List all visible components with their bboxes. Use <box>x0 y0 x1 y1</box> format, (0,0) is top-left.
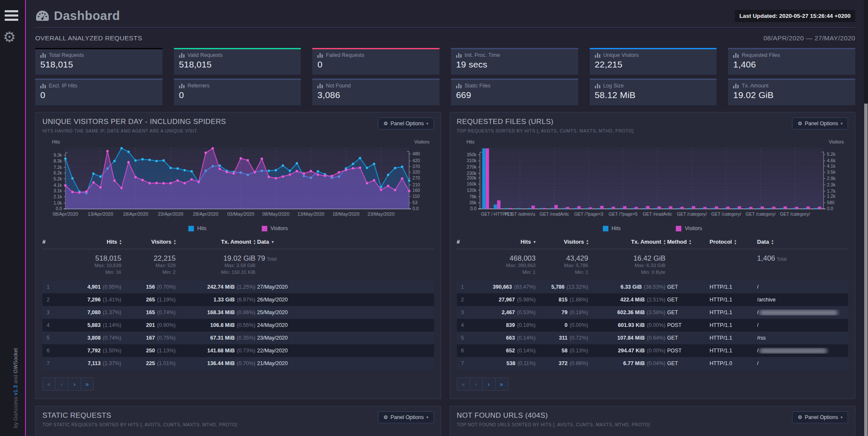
svg-text:110: 110 <box>412 194 420 199</box>
svg-text:310k: 310k <box>467 158 477 163</box>
cell-tx: 602.36 MiB(3.58%) <box>590 309 667 315</box>
table-row[interactable]: 1390,663(83.47%)5,786(13.32%)6.33 GiB(38… <box>457 281 848 293</box>
legend-item[interactable]: Hits <box>188 225 207 231</box>
pagination: « ‹ › » <box>457 377 508 391</box>
table-row[interactable]: 14,901(0.95%)156(0.70%)242.74 MiB(1.25%)… <box>42 281 434 293</box>
table-row[interactable]: 53,808(0.74%)167(0.75%)67.31 MiB(0.35%)2… <box>42 332 434 344</box>
sort-icon[interactable]: ▴▾ <box>689 239 691 245</box>
gwsocket-link[interactable]: GWSocket <box>13 348 19 374</box>
stat-card-value: 0 <box>40 90 157 100</box>
panel-options-button[interactable]: ⚙ Panel Options ▾ <box>378 411 434 423</box>
svg-text:270k: 270k <box>467 164 477 169</box>
menu-toggle-icon[interactable] <box>5 10 18 23</box>
panel-options-button[interactable]: ⚙ Panel Options ▾ <box>378 118 434 129</box>
sort-icon[interactable]: ▴▾ <box>174 239 176 245</box>
cell-visitors: 372(0.86%) <box>538 360 590 366</box>
column-header-visitors[interactable]: Visitors▴▾ <box>538 239 590 245</box>
stat-card-label: Valid Requests <box>188 52 223 58</box>
gear-icon: ⚙ <box>384 415 388 420</box>
table-row[interactable]: 227,967(5.98%)815(1.88%)422.4 MiB(2.51%)… <box>457 293 848 306</box>
table-row[interactable]: 32,467(0.53%)79(0.18%)602.36 MiB(3.58%)G… <box>457 306 848 319</box>
stat-card-value: 669 <box>456 90 573 100</box>
column-header-protocol[interactable]: Protocol▴▾ <box>710 239 757 245</box>
bar-chart-icon <box>595 53 600 58</box>
table-row[interactable]: 5663(0.14%)311(0.72%)107.84 MiB(0.64%)GE… <box>457 332 848 344</box>
cell-method: POST <box>667 322 710 328</box>
legend-item[interactable]: Hits <box>603 225 621 231</box>
column-header-hits[interactable]: Hits▾ <box>474 239 538 245</box>
stat-card-value: 19 secs <box>456 59 573 70</box>
prev-page-button[interactable]: ‹ <box>55 377 68 391</box>
legend-swatch <box>676 226 681 231</box>
column-header-tx[interactable]: Tx. Amount▴▾ <box>177 239 257 245</box>
svg-text:270: 270 <box>412 175 420 180</box>
stat-card-label: Init. Proc. Time <box>465 52 500 58</box>
next-page-button[interactable]: › <box>482 377 496 391</box>
legend-item[interactable]: Visitors <box>262 225 288 231</box>
next-page-button[interactable]: › <box>68 377 81 391</box>
svg-text:0.0: 0.0 <box>412 206 419 211</box>
scrollbar-track[interactable] <box>864 0 868 436</box>
goaccess-version-link[interactable]: v1.3 <box>13 385 19 395</box>
gear-icon: ⚙ <box>798 415 802 420</box>
panel-options-button[interactable]: ⚙ Panel Options ▾ <box>792 411 848 423</box>
cell-i: 3 <box>42 309 59 315</box>
column-header-data[interactable]: Data▾ <box>257 239 434 245</box>
svg-text:23/Apr/2020: 23/Apr/2020 <box>158 211 183 217</box>
column-header-tx[interactable]: Tx. Amount▴▾ <box>590 239 667 245</box>
stat-card-value: 0 <box>317 59 434 70</box>
table-row[interactable]: 7538(0.11%)372(0.86%)6.77 MiB(0.04%)GETH… <box>457 357 848 370</box>
table-row[interactable]: 37,080(1.37%)165(0.74%)168.34 MiB(0.86%)… <box>42 306 434 319</box>
bar-chart-icon <box>40 84 46 88</box>
summary-hits: 468,003Max: 390,663Min: 1 <box>474 255 538 276</box>
sort-icon[interactable]: ▴▾ <box>120 239 121 245</box>
stat-card: Log Size58.12 MiB <box>590 79 717 105</box>
sort-icon[interactable]: ▾ <box>533 240 535 244</box>
last-page-button[interactable]: » <box>495 377 508 391</box>
panel-not-found-urls: NOT FOUND URLS (404S) TOP NOT FOUND URLS… <box>450 406 856 436</box>
sort-icon[interactable]: ▴▾ <box>664 239 665 245</box>
sort-icon[interactable]: ▾ <box>272 240 274 244</box>
credit-text: by GoAccess v1.3 and GWSocket <box>13 335 19 428</box>
table-row[interactable]: 6652(0.14%)58(0.13%)294.47 KiB(0.00%)POS… <box>457 344 848 357</box>
table-row[interactable]: 77,113(1.37%)225(1.01%)136.44 MiB(0.70%)… <box>42 357 434 370</box>
cell-visitors: 167(0.75%) <box>123 335 177 341</box>
cell-i: 3 <box>457 309 474 315</box>
sort-icon[interactable]: ▴▾ <box>254 239 255 245</box>
cell-tx: 6.77 MiB(0.04%) <box>590 360 667 366</box>
settings-gear-icon[interactable]: ⚙ <box>3 30 16 44</box>
stat-card: Total Requests518,015 <box>35 48 162 75</box>
cell-method: GET <box>667 309 710 315</box>
column-header-data[interactable]: Data▴▾ <box>757 239 848 245</box>
column-header-method[interactable]: Method▴▾ <box>667 239 710 245</box>
summary-data: 79Total <box>257 255 434 276</box>
last-page-button[interactable]: » <box>81 377 94 391</box>
table-row[interactable]: 45,883(1.14%)201(0.90%)106.8 MiB(0.55%)2… <box>42 319 434 332</box>
first-page-button[interactable]: « <box>457 377 470 391</box>
panel-options-button[interactable]: ⚙ Panel Options ▾ <box>792 118 848 129</box>
cell-data: / <box>757 309 848 315</box>
stat-card-label: Total Requests <box>49 52 84 58</box>
cell-tx: 107.84 MiB(0.64%) <box>590 335 667 341</box>
column-header-hits[interactable]: Hits▴▾ <box>59 239 123 245</box>
svg-text:6.2k: 6.2k <box>53 170 62 175</box>
cell-data: 24/May/2020 <box>257 322 434 328</box>
svg-text:120k: 120k <box>467 188 477 193</box>
first-page-button[interactable]: « <box>42 377 56 391</box>
sort-icon[interactable]: ▴▾ <box>772 239 773 245</box>
panel-head: REQUESTED FILES (URLS) TOP REQUESTS SORT… <box>457 118 848 133</box>
table-row[interactable]: 27,296(1.41%)265(1.19%)1.33 GiB(6.97%)26… <box>42 293 434 306</box>
cell-tx: 168.34 MiB(0.86%) <box>177 309 257 315</box>
scrollbar-thumb[interactable] <box>864 104 868 436</box>
cell-visitors: 265(1.19%) <box>123 297 177 303</box>
sort-icon[interactable]: ▴▾ <box>586 239 588 245</box>
cell-visitors: 0(0.00%) <box>538 322 590 328</box>
sort-icon[interactable]: ▴▾ <box>734 239 736 245</box>
cell-hits: 538(0.11%) <box>474 360 538 366</box>
column-header-visitors[interactable]: Visitors▴▾ <box>123 239 177 245</box>
column-header-i: # <box>457 239 474 245</box>
table-row[interactable]: 67,792(1.50%)250(1.13%)141.68 MiB(0.73%)… <box>42 344 434 357</box>
prev-page-button[interactable]: ‹ <box>470 377 483 391</box>
legend-item[interactable]: Visitors <box>676 225 702 231</box>
table-row[interactable]: 4839(0.18%)0(0.00%)601.93 KiB(0.00%)POST… <box>457 319 848 332</box>
